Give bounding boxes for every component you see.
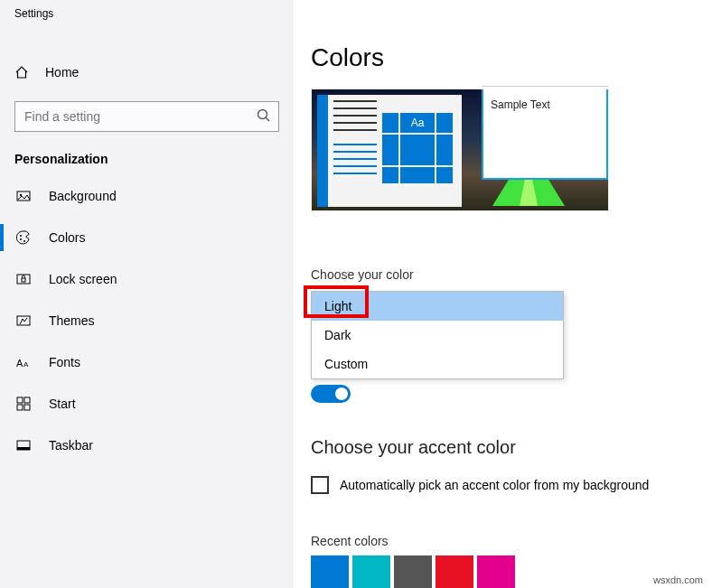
main-content: Colors Aa Sample Text Choose your color … (311, 0, 712, 588)
recent-colors (311, 555, 694, 588)
preview-tile-aa: Aa (400, 113, 435, 133)
sidebar-item-label: Fonts (49, 355, 80, 369)
recent-color-swatch[interactable] (352, 555, 390, 588)
themes-icon (16, 313, 33, 328)
svg-rect-8 (22, 278, 25, 282)
sidebar-item-colors[interactable]: Colors (0, 217, 294, 258)
auto-pick-row: Automatically pick an accent color from … (311, 476, 694, 494)
svg-point-4 (20, 235, 22, 237)
sidebar-item-label: Background (49, 189, 117, 203)
svg-rect-17 (17, 447, 30, 450)
home-nav[interactable]: Home (0, 58, 294, 87)
choose-color-label: Choose your color (311, 267, 694, 282)
search-wrap (14, 101, 279, 132)
sidebar-item-fonts[interactable]: AA Fonts (0, 341, 294, 383)
start-icon (16, 397, 33, 411)
taskbar-icon (16, 438, 33, 453)
preview-lines-accent (333, 144, 377, 180)
search-input[interactable] (14, 101, 279, 132)
sidebar-item-themes[interactable]: Themes (0, 300, 294, 341)
sidebar-item-lock-screen[interactable]: Lock screen (0, 258, 294, 300)
preview-sample-text: Sample Text (491, 98, 550, 111)
lock-screen-icon (16, 272, 33, 286)
transparency-toggle-peek[interactable] (311, 385, 351, 403)
fonts-icon: AA (16, 356, 33, 369)
palette-icon (16, 230, 33, 245)
home-icon (14, 65, 31, 79)
svg-rect-13 (24, 397, 30, 403)
svg-point-6 (23, 240, 25, 242)
preview-tiles: Aa (382, 113, 454, 183)
sidebar-item-label: Colors (49, 230, 85, 245)
svg-text:A: A (16, 358, 23, 369)
sidebar-item-label: Taskbar (49, 438, 93, 453)
auto-pick-label: Automatically pick an accent color from … (340, 478, 649, 492)
window-title: Settings (0, 0, 294, 20)
sidebar-item-label: Themes (49, 313, 95, 328)
sidebar-item-label: Start (49, 397, 76, 411)
svg-rect-14 (17, 405, 23, 410)
preview-lines (333, 100, 377, 136)
choose-color-dropdown[interactable]: Light Dark Custom (311, 291, 564, 379)
svg-rect-12 (17, 397, 23, 403)
color-option-dark[interactable]: Dark (312, 321, 563, 350)
sidebar-item-taskbar[interactable]: Taskbar (0, 425, 294, 466)
sidebar-item-label: Lock screen (49, 272, 117, 286)
color-option-custom[interactable]: Custom (312, 350, 563, 378)
recent-colors-label: Recent colors (311, 534, 694, 548)
search-icon (256, 107, 272, 126)
watermark: wsxdn.com (650, 574, 707, 586)
home-label: Home (45, 65, 79, 79)
sidebar-item-start[interactable]: Start (0, 383, 294, 425)
recent-color-swatch[interactable] (436, 555, 473, 588)
color-option-light[interactable]: Light (312, 292, 563, 321)
sidebar-item-background[interactable]: Background (0, 175, 294, 217)
recent-color-swatch[interactable] (311, 555, 349, 588)
svg-text:A: A (23, 360, 29, 369)
svg-line-1 (266, 117, 269, 121)
accent-heading: Choose your accent color (311, 437, 694, 458)
recent-color-swatch[interactable] (394, 555, 432, 588)
color-preview: Aa Sample Text (311, 89, 609, 211)
preview-taskbar-mock (317, 95, 328, 207)
auto-pick-checkbox[interactable] (311, 476, 329, 494)
page-title: Colors (311, 43, 694, 72)
svg-rect-15 (24, 405, 30, 410)
svg-point-0 (258, 110, 267, 119)
section-label: Personalization (0, 132, 294, 175)
sidebar: Settings Home Personalization Background… (0, 0, 294, 588)
recent-color-swatch[interactable] (477, 555, 515, 588)
picture-icon (16, 189, 33, 203)
svg-point-5 (20, 238, 22, 240)
